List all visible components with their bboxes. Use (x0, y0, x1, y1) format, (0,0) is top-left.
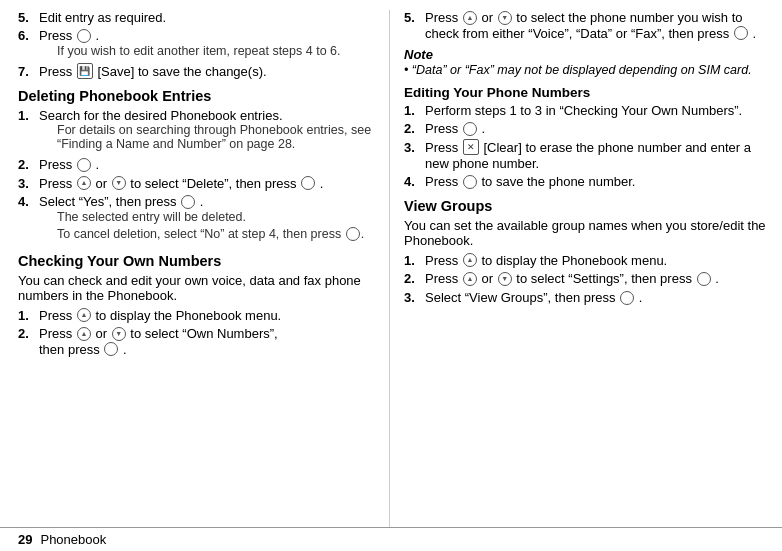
chk-step1-after: to display the Phonebook menu. (95, 308, 281, 323)
nav-up-icon (463, 272, 477, 286)
list-item: Press or to select “Own Numbers”, then p… (18, 326, 379, 357)
right-continued-steps: Press or to select the phone number you … (404, 10, 770, 41)
r-step3-after: . (752, 26, 756, 41)
del-step4-before: Select “Yes”, then press (39, 194, 177, 209)
chk-step2-middle: to select “Own Numbers”, (130, 326, 277, 341)
footer-page-number: 29 (18, 532, 32, 547)
save-icon: 💾 (77, 63, 93, 79)
vg-step2-after: . (715, 271, 719, 286)
editing-section-title: Editing Your Phone Numbers (404, 85, 770, 100)
del-step4-sub1: The selected entry will be deleted. (57, 210, 379, 224)
nav-up-icon (463, 11, 477, 25)
center-button-icon (77, 158, 91, 172)
edit-step2-press: Press (425, 121, 458, 136)
clear-icon: ✕ (463, 139, 479, 155)
page-container: Edit entry as required. Press . If you w… (0, 0, 782, 551)
vg-step2-press: Press (425, 271, 458, 286)
del-step3-press: Press (39, 176, 72, 191)
list-item: Select “Yes”, then press . The selected … (18, 194, 379, 244)
del-step3-or: or (95, 176, 107, 191)
del-step4-after: . (200, 194, 204, 209)
step5-text: Edit entry as required. (39, 10, 166, 25)
step7-press: Press (39, 64, 72, 79)
checking-section-title: Checking Your Own Numbers (18, 253, 379, 269)
chk-step2-newline: then press (39, 342, 100, 357)
viewgroups-steps: Press to display the Phonebook menu. Pre… (404, 253, 770, 306)
center-button-icon (734, 26, 748, 40)
nav-down-icon (498, 272, 512, 286)
del-step1-text: Search for the desired Phonebook entries… (39, 108, 283, 123)
step7-bracket: [Save] (97, 64, 134, 79)
center-button-icon (697, 272, 711, 286)
nav-down-icon (112, 327, 126, 341)
content-columns: Edit entry as required. Press . If you w… (0, 0, 782, 527)
chk-step2-press: Press (39, 326, 72, 341)
chk-step2-after: . (123, 342, 127, 357)
list-item: Edit entry as required. (18, 10, 379, 25)
list-item: Search for the desired Phonebook entries… (18, 108, 379, 154)
center-button-icon (181, 195, 195, 209)
list-item: Press 💾 [Save] to save the change(s). (18, 64, 379, 81)
edit-step3-press: Press (425, 140, 458, 155)
list-item: Perform steps 1 to 3 in “Checking Your O… (404, 103, 770, 118)
left-column: Edit entry as required. Press . If you w… (0, 10, 390, 527)
viewgroups-section-title: View Groups (404, 198, 770, 214)
footer-bar: 29 Phonebook (0, 527, 782, 551)
deleting-steps: Search for the desired Phonebook entries… (18, 108, 379, 244)
step6-period: . (95, 28, 99, 43)
nav-up-icon (77, 327, 91, 341)
list-item: Press . (404, 121, 770, 137)
del-step3-after: . (320, 176, 324, 191)
list-item: Press or to select the phone number you … (404, 10, 770, 41)
center-button-icon (77, 29, 91, 43)
center-button-icon (104, 342, 118, 356)
step6-subtext: If you wish to edit another item, repeat… (57, 44, 379, 58)
del-step2-press: Press (39, 157, 72, 172)
right-column: Press or to select the phone number you … (390, 10, 782, 527)
checking-steps: Press to display the Phonebook menu. Pre… (18, 308, 379, 358)
deleting-section-title: Deleting Phonebook Entries (18, 88, 379, 104)
center-button-icon (463, 175, 477, 189)
list-item: Press or to select “Settings”, then pres… (404, 271, 770, 287)
note-text: • “Data” or “Fax” may not be displayed d… (404, 63, 752, 77)
edit-step4-press: Press (425, 174, 458, 189)
r-step3-or: or (481, 10, 493, 25)
list-item: Press . If you wish to edit another item… (18, 28, 379, 61)
footer-section-name: Phonebook (40, 532, 106, 547)
step6-press: Press (39, 28, 72, 43)
edit-step2-after: . (481, 121, 485, 136)
note-label: Note (404, 47, 433, 62)
center-button-icon (620, 291, 634, 305)
list-item: Press to display the Phonebook menu. (18, 308, 379, 324)
edit-step1-text: Perform steps 1 to 3 in “Checking Your O… (425, 103, 742, 118)
note-block: Note • “Data” or “Fax” may not be displa… (404, 47, 770, 77)
checking-intro: You can check and edit your own voice, d… (18, 273, 379, 303)
viewgroups-intro: You can set the available group names wh… (404, 218, 770, 248)
center-button-icon (301, 176, 315, 190)
edit-step3-bracket: [Clear] (483, 140, 521, 155)
center-button-icon (463, 122, 477, 136)
editing-steps: Perform steps 1 to 3 in “Checking Your O… (404, 103, 770, 190)
nav-down-icon (112, 176, 126, 190)
list-item: Press . (18, 157, 379, 173)
vg-step1-after: to display the Phonebook menu. (481, 253, 667, 268)
del-step1-subtext: For details on searching through Phonebo… (57, 123, 379, 151)
continued-steps: Edit entry as required. Press . If you w… (18, 10, 379, 80)
edit-step4-after: to save the phone number. (481, 174, 635, 189)
center-button-icon (346, 227, 360, 241)
chk-step2-or: or (95, 326, 107, 341)
step7-after: to save the change(s). (138, 64, 267, 79)
del-step2-after: . (95, 157, 99, 172)
vg-step1-press: Press (425, 253, 458, 268)
nav-down-icon (498, 11, 512, 25)
list-item: Press ✕ [Clear] to erase the phone numbe… (404, 140, 770, 172)
vg-step2-middle: to select “Settings”, then press (516, 271, 692, 286)
vg-step3-after: . (639, 290, 643, 305)
chk-step1-press: Press (39, 308, 72, 323)
list-item: Select “View Groups”, then press . (404, 290, 770, 306)
nav-up-icon (77, 308, 91, 322)
list-item: Press to save the phone number. (404, 174, 770, 190)
del-step3-middle: to select “Delete”, then press (130, 176, 296, 191)
vg-step2-or: or (481, 271, 493, 286)
list-item: Press or to select “Delete”, then press … (18, 176, 379, 192)
